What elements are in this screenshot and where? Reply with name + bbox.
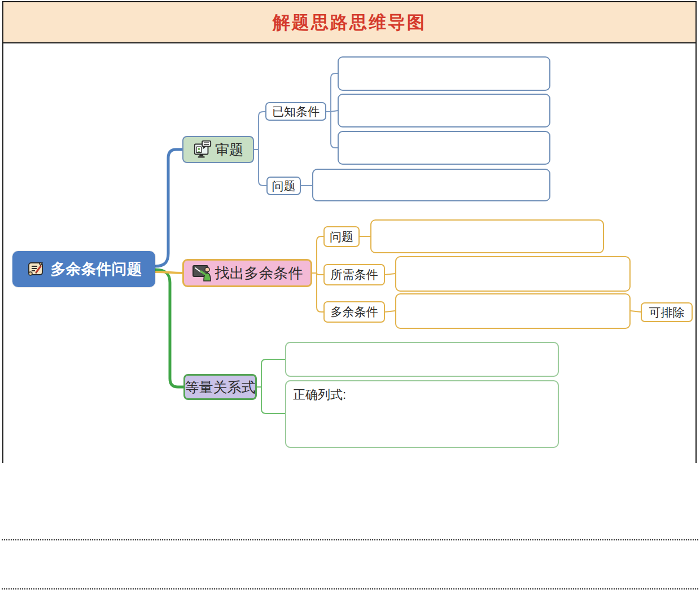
connector-yizhi-box2 (331, 111, 338, 112)
known-condition-blank-2 (338, 94, 550, 127)
node-question-blue: 问题 (266, 177, 301, 195)
node-can-exclude-label: 可排除 (649, 305, 685, 320)
title-bar: 解题思路思维导图 (3, 2, 695, 43)
question-orange-blank (370, 219, 604, 253)
answer-dotted-line-1 (2, 539, 698, 540)
connector-zhaochu-duoyu (317, 273, 323, 312)
branch-find-redundant: 找出多余条件 (182, 259, 312, 287)
connector-suoxu-box (385, 274, 395, 275)
node-question-blue-label: 问题 (272, 178, 296, 194)
node-redundant-conditions-label: 多余条件 (331, 304, 378, 320)
node-can-exclude: 可排除 (641, 302, 693, 322)
branch-shenti-label: 审题 (215, 140, 243, 159)
connector-dengliang-box1 (261, 359, 285, 387)
blackboard-teacher-icon (192, 263, 212, 283)
needed-conditions-blank (395, 256, 631, 292)
node-known-conditions-label: 已知条件 (272, 104, 320, 120)
branch-equation-relation: 等量关系式 (183, 374, 257, 400)
known-condition-blank-1 (338, 56, 550, 91)
question-blank (312, 169, 550, 201)
known-condition-blank-3 (338, 131, 550, 165)
monitor-chat-icon (193, 140, 212, 159)
node-question-orange-label: 问题 (330, 229, 353, 245)
scroll-pencil-icon (26, 259, 46, 279)
connector-duoyu-box (385, 311, 395, 312)
connector-shenti-yizhi (259, 112, 265, 149)
branch-shenti: 审题 (182, 136, 254, 163)
node-needed-conditions: 所需条件 (323, 264, 385, 285)
root-label: 多余条件问题 (51, 259, 142, 279)
connector-root-zhaochu (155, 272, 182, 273)
connector-root-dengliang (155, 270, 183, 387)
connector-shenti-wenti (259, 149, 266, 186)
connector-yizhi-box1 (331, 73, 338, 112)
branch-equation-relation-label: 等量关系式 (185, 378, 256, 397)
node-question-orange: 问题 (323, 226, 360, 247)
page-title: 解题思路思维导图 (273, 11, 426, 34)
node-redundant-conditions: 多余条件 (323, 301, 385, 323)
node-known-conditions: 已知条件 (265, 102, 326, 121)
connector-box-kepaichu (631, 311, 641, 312)
node-needed-conditions-label: 所需条件 (331, 267, 378, 283)
root-node: 多余条件问题 (12, 251, 155, 287)
connector-zhaochu-wenti (317, 236, 323, 273)
connector-root-shenti (155, 149, 182, 266)
mindmap-canvas: 多余条件问题 审题 已知条件 (3, 43, 695, 463)
redundant-conditions-blank (395, 293, 631, 329)
correct-expression-label: 正确列式: (293, 386, 346, 403)
correct-expression-box: 正确列式: (285, 380, 559, 448)
equation-relation-blank (285, 342, 559, 377)
branch-find-redundant-label: 找出多余条件 (215, 263, 303, 283)
connector-yizhi-box3 (331, 112, 338, 148)
answer-dotted-line-2 (2, 588, 698, 589)
mindmap-frame: 解题思路思维导图 (2, 1, 697, 463)
connector-zhaochu-suoxu (317, 273, 323, 275)
connector-dengliang-box2 (261, 387, 285, 413)
